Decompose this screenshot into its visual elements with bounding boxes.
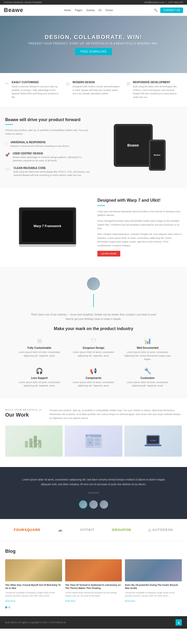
drive-feature-2: </> CLEAN REUSABLE CODE Built using the … (5, 167, 90, 177)
nav-joomla[interactable]: Joomla (86, 9, 95, 12)
logos-section: FOURSQUARE ☁ ®fitbit GROUPON △ AUTODESK (0, 519, 187, 541)
work-images: A tu beo (5, 425, 182, 457)
top-bar-phone: 1-877-864-222 (168, 1, 183, 4)
footer-text: Built with ♥ | All rights | Copyright © … (5, 621, 66, 624)
drive-features: □ UNIVERSAL & RESPONSIVE Beawe is univer… (5, 141, 90, 177)
design-icon: ◎ (66, 81, 70, 99)
web-app-icon: A (83, 433, 104, 449)
feature-item-2: ⊞ RESPONSIVE DEVELOPMENT Built using the… (126, 81, 182, 99)
device-mockup: Beawe Beawe (114, 124, 166, 171)
section-divider (5, 124, 13, 125)
grid-text-3: Lorem ipsum dolor sit amet, consectetur … (16, 381, 63, 388)
blog-title: Blog (5, 549, 182, 554)
blog-section: Blog The Other Day I Found Myself Out Of… (0, 541, 187, 616)
blog-card-2: Even the All-powerful Giving The Faster … (125, 559, 182, 602)
testimonial-avatar-2[interactable] (100, 500, 108, 509)
navbar: Beawe Home Pages Joomla K2 Forum 🔍 CONTA… (0, 5, 187, 16)
drive-feature-content-2: CLEAN REUSABLE CODE Built using the late… (14, 167, 90, 177)
warp-section: Warp 7 Framework Designed with Warp 7 an… (0, 188, 187, 267)
download-button[interactable]: FREE DOWNLOAD (75, 48, 112, 55)
scroll-top-button[interactable]: ▲ (176, 619, 182, 626)
feature-item-0: ✂ EASILY CUSTOMISED Easily customise Bea… (5, 81, 61, 99)
blog-card-1: The Time Of Turmoil Is Darkened In Astro… (65, 559, 122, 602)
grid-text-0: Lorem ipsum dolor sit amet, consectetur … (16, 351, 63, 358)
logo-fitbit: ®fitbit (80, 528, 95, 532)
drive-feature-text-0: Beawe is universal and will look smashin… (10, 144, 70, 148)
drive-subtitle: Present your product, start up, or portf… (5, 129, 90, 136)
search-icon[interactable]: 🔍 (154, 8, 158, 12)
headset-icon: 🎧 (16, 368, 63, 374)
user-centric-icon: 🚀 (5, 153, 10, 157)
top-bar-left: Premium Business Joomla Template (4, 1, 42, 4)
shield-icon: 🛡 (70, 338, 117, 344)
blog-read-more-0[interactable]: Read More (5, 600, 16, 602)
nav-home[interactable]: Home (64, 9, 71, 12)
work-header-left: Build your beautiful UI Our Work (5, 409, 42, 420)
blog-card-title-0: The Other Day I Found Myself Out Of Bed … (5, 583, 62, 590)
blog-dot-1[interactable] (8, 606, 10, 608)
nav-forum[interactable]: Forum (105, 9, 113, 12)
customisable-icon: ⊞ (16, 338, 63, 344)
drive-feature-text-1: Beawe takes advantage of common design p… (13, 156, 90, 163)
drive-feature-1: 🚀 USER CENTRIC DESIGN Beawe takes advant… (5, 152, 90, 163)
feature-text-1: Designed with modern trends and techniqu… (72, 85, 121, 96)
hero-section: DESIGN, COLLABORATE, WIN! PRESENT YOUR P… (0, 16, 187, 73)
feature-content-1: MODERN DESIGN Designed with modern trend… (72, 81, 121, 99)
feature-text-0: Easily customise Beawe to suit your star… (12, 85, 61, 99)
phone-mockup: Beawe (149, 140, 166, 171)
drive-left: Beawe will drive your product forward Pr… (5, 117, 90, 177)
chart-icon: 📊 (124, 338, 171, 344)
laptop-work-icon: tu beo (143, 433, 163, 449)
drive-feature-0: □ UNIVERSAL & RESPONSIVE Beawe is univer… (5, 141, 90, 148)
grid-title-5: Customizer (124, 377, 171, 379)
grid-feature-2: 📊 Well documented Lorem ipsum dolor sit … (124, 338, 171, 361)
grid-title-1: Gorgeous design (70, 346, 117, 349)
grid-feature-4: 📢 Components Lorem ipsum dolor sit amet,… (70, 368, 117, 388)
feature-content-2: RESPONSIVE DEVELOPMENT Built using the l… (133, 81, 182, 99)
drive-right: Beawe Beawe (97, 117, 182, 177)
tablet-mockup: Beawe (114, 124, 153, 167)
blog-dot-0[interactable] (5, 606, 7, 608)
work-image-0[interactable] (5, 425, 63, 457)
drive-feature-text-2: Built using the latest web technologies … (14, 170, 90, 177)
grid-text-5: Lorem ipsum dolor sit amet, consectetur … (124, 381, 171, 388)
logo-foursquare: FOURSQUARE (14, 528, 40, 532)
blog-card-0: The Other Day I Found Myself Out Of Bed … (5, 559, 62, 602)
blog-card-text-0: I should be incapable of drawing a singl… (5, 591, 62, 597)
blog-image-2 (125, 559, 182, 581)
warp-para-1: Every changePieceSwap every placeholder … (97, 219, 182, 230)
dark-testimonial-section: Lorem ipsum dolor sit amet, consectetur … (0, 467, 187, 519)
svg-rect-2 (34, 436, 37, 448)
nav-pages[interactable]: Pages (75, 9, 82, 12)
svg-rect-16 (145, 445, 161, 446)
testimonial-avatar-1[interactable] (89, 500, 98, 509)
svg-rect-9 (95, 438, 100, 442)
mark-title: Make your mark on the product industry (5, 326, 182, 331)
tablet-screen: Beawe (116, 126, 151, 165)
testimonial-avatars (5, 500, 182, 509)
features-grid: ⊞ Fully Customisable Lorem ipsum dolor s… (16, 338, 171, 388)
wrench-icon: 🔧 (124, 368, 171, 374)
blog-read-more-1[interactable]: Read More (65, 600, 76, 602)
feature-content-0: EASILY CUSTOMISED Easily customise Beawe… (12, 81, 61, 99)
work-header: Build your beautiful UI Our Work Present… (5, 409, 182, 420)
navbar-brand[interactable]: Beawe (4, 7, 23, 14)
testimonial-quote: That's been one of my mantras — focus an… (29, 312, 158, 321)
learn-more-button[interactable]: LEARN MORE (97, 251, 120, 257)
nav-k2[interactable]: K2 (98, 9, 102, 12)
responsive-icon: ⊞ (126, 81, 130, 99)
avatar (87, 277, 100, 290)
work-image-2[interactable]: tu beo (124, 425, 182, 457)
laptop-screen: Warp 7 Framework (22, 211, 73, 242)
warp-title: Designed with Warp 7 and UIkit! (97, 198, 182, 203)
avatar-image (87, 277, 100, 290)
build-label: Build your beautiful UI (5, 409, 42, 411)
work-image-1[interactable]: A (65, 425, 122, 457)
contact-button[interactable]: CONTACT US (160, 8, 183, 13)
blog-read-more-2[interactable]: Read More (125, 600, 135, 602)
logo-autodesk: △ AUTODESK (148, 528, 173, 532)
blog-grid: The Other Day I Found Myself Out Of Bed … (5, 559, 182, 602)
logo-cloud: ☁ (58, 527, 63, 533)
testimonial-avatar-0[interactable] (79, 500, 87, 509)
navbar-actions: 🔍 CONTACT US (154, 8, 183, 13)
